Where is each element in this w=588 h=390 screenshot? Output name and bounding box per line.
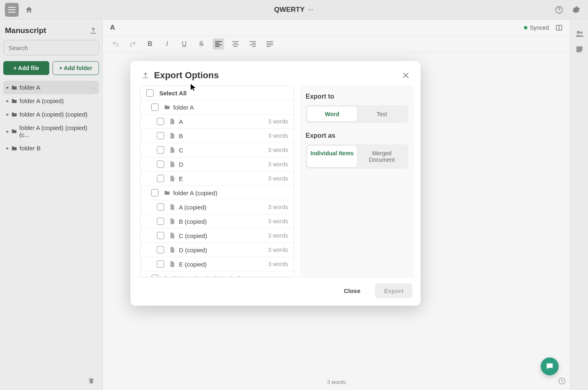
export-button[interactable]: Export xyxy=(375,283,412,298)
row-label: C xyxy=(179,147,183,154)
row-checkbox[interactable] xyxy=(157,175,164,182)
export-row[interactable]: E (copied) 3 words xyxy=(141,257,294,271)
row-checkbox[interactable] xyxy=(157,146,164,154)
export-to-label: Export to xyxy=(306,93,408,100)
file-icon xyxy=(170,247,176,253)
export-row[interactable]: E 3 words xyxy=(141,172,294,186)
file-icon xyxy=(170,204,176,210)
export-to-text[interactable]: Text xyxy=(357,107,407,121)
row-checkbox[interactable] xyxy=(157,232,164,239)
export-row[interactable]: folder A (copied) xyxy=(141,186,294,200)
export-to-segment: Word Text xyxy=(306,105,408,123)
export-row[interactable]: B (copied) 3 words xyxy=(141,214,294,229)
export-row[interactable]: folder A xyxy=(141,100,294,115)
select-all-checkbox[interactable] xyxy=(146,89,154,97)
row-checkbox[interactable] xyxy=(151,104,159,111)
export-as-individual[interactable]: Individual Items xyxy=(307,146,357,167)
file-icon xyxy=(170,147,176,153)
export-row[interactable]: B 3 words xyxy=(141,129,294,143)
select-all-row[interactable]: Select All xyxy=(141,86,294,100)
row-wordcount: 3 words xyxy=(268,132,288,139)
row-checkbox[interactable] xyxy=(157,118,164,125)
row-label: D (copied) xyxy=(179,247,207,253)
row-checkbox[interactable] xyxy=(157,161,164,168)
export-modal: Export Options Select All folder A A 3 w… xyxy=(130,61,421,306)
row-label: E (copied) xyxy=(179,261,207,268)
row-label: B xyxy=(179,132,183,139)
export-to-word[interactable]: Word xyxy=(307,107,357,121)
chat-icon[interactable] xyxy=(541,357,559,375)
close-button[interactable]: Close xyxy=(335,283,370,298)
file-icon xyxy=(170,133,176,139)
export-row[interactable]: folder A (copied) (copied) xyxy=(141,271,294,277)
row-wordcount: 3 words xyxy=(268,247,288,253)
row-label: C (copied) xyxy=(179,232,207,239)
row-wordcount: 3 words xyxy=(268,147,288,153)
row-wordcount: 3 words xyxy=(268,175,288,182)
folder-icon xyxy=(164,190,170,195)
file-icon xyxy=(170,218,176,224)
row-label: folder A (copied) xyxy=(173,189,217,196)
row-label: D xyxy=(179,161,183,168)
file-icon xyxy=(170,261,176,267)
row-checkbox[interactable] xyxy=(157,132,164,139)
export-row[interactable]: C 3 words xyxy=(141,143,294,157)
row-label: E xyxy=(179,175,183,182)
row-wordcount: 3 words xyxy=(268,218,288,225)
export-row[interactable]: C (copied) 3 words xyxy=(141,229,294,243)
export-options-panel: Export to Word Text Export as Individual… xyxy=(300,86,414,277)
row-label: folder A xyxy=(173,104,194,111)
file-icon xyxy=(170,176,176,181)
row-label: B (copied) xyxy=(179,218,207,225)
export-row[interactable]: A 3 words xyxy=(141,115,294,129)
export-row[interactable]: D 3 words xyxy=(141,157,294,172)
export-icon xyxy=(142,72,149,79)
export-as-segment: Individual Items Merged Document xyxy=(306,144,408,169)
export-row[interactable]: D (copied) 3 words xyxy=(141,243,294,257)
file-icon xyxy=(170,119,176,124)
row-checkbox[interactable] xyxy=(157,246,164,253)
file-icon xyxy=(170,233,176,238)
row-wordcount: 3 words xyxy=(268,204,288,210)
row-wordcount: 3 words xyxy=(268,232,288,239)
row-checkbox[interactable] xyxy=(157,218,164,225)
row-wordcount: 3 words xyxy=(268,118,288,125)
export-list[interactable]: Select All folder A A 3 words B 3 words … xyxy=(140,86,294,277)
row-checkbox[interactable] xyxy=(157,203,164,211)
export-as-label: Export as xyxy=(306,132,408,139)
export-as-merged[interactable]: Merged Document xyxy=(357,146,407,167)
modal-title: Export Options xyxy=(142,70,219,81)
row-wordcount: 3 words xyxy=(268,261,288,267)
row-label: A xyxy=(179,118,183,125)
select-all-label: Select All xyxy=(159,90,187,97)
row-checkbox[interactable] xyxy=(151,189,159,196)
row-checkbox[interactable] xyxy=(157,260,164,268)
export-row[interactable]: A (copied) 3 words xyxy=(141,200,294,214)
row-label: A (copied) xyxy=(179,204,207,211)
close-icon[interactable] xyxy=(403,72,409,79)
file-icon xyxy=(170,161,176,167)
row-wordcount: 3 words xyxy=(268,161,288,167)
folder-icon xyxy=(164,105,170,110)
